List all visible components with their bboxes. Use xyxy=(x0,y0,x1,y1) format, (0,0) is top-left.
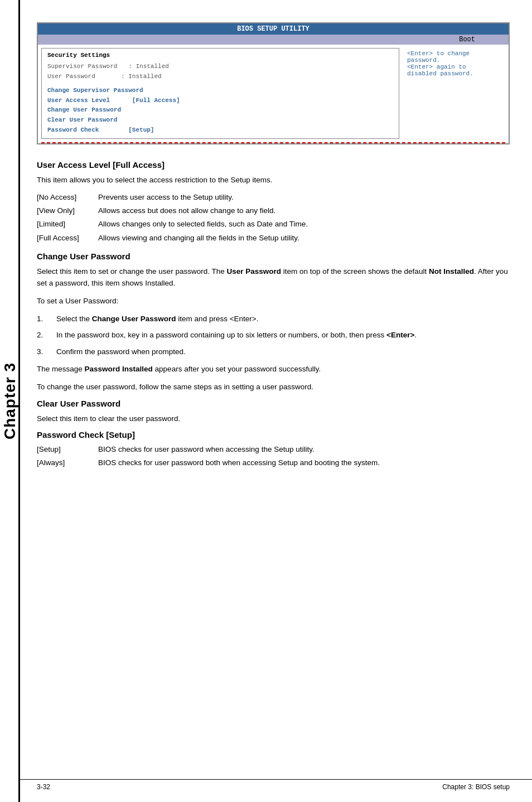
heading-password-check: Password Check [Setup] xyxy=(37,430,510,439)
def-term-setup: [Setup] xyxy=(37,444,98,455)
bios-item-user-password: User Password : Installed xyxy=(47,72,393,82)
footer-chapter-label: Chapter 3: BIOS setup xyxy=(442,783,510,791)
chapter-tab-label: Chapter 3 xyxy=(1,363,19,439)
section-change-user-password: Change User Password Select this item to… xyxy=(37,252,510,399)
change-password-steps: 1. Select the Change User Password item … xyxy=(37,313,510,358)
def-desc-view-only: Allows access but does not allow change … xyxy=(98,205,510,216)
section-clear-user-password: Clear User Password Select this item to … xyxy=(37,399,510,431)
clear-password-desc: Select this item to clear the user passw… xyxy=(37,413,510,425)
def-row-view-only: [View Only] Allows access but does not a… xyxy=(37,205,510,216)
bios-dashes xyxy=(41,142,505,143)
bios-help-text: <Enter> to change password.<Enter> again… xyxy=(407,50,473,77)
main-content: BIOS SETUP UTILITY Boot Security Setting… xyxy=(20,0,532,802)
def-term-always: [Always] xyxy=(37,457,98,468)
step-3: 3. Confirm the password when prompted. xyxy=(37,346,510,358)
bios-content: Security Settings Supervisor Password : … xyxy=(38,45,509,142)
def-desc-always: BIOS checks for user password both when … xyxy=(98,457,510,468)
bios-item-clear-user-password: Clear User Password xyxy=(47,115,393,125)
def-row-no-access: [No Access] Prevents user access to the … xyxy=(37,192,510,203)
def-desc-full-access: Allows viewing and changing all the fiel… xyxy=(98,233,510,244)
def-term-full-access: [Full Access] xyxy=(37,233,98,244)
change-password-after2: To change the user password, follow the … xyxy=(37,381,510,393)
def-row-always: [Always] BIOS checks for user password b… xyxy=(37,457,510,468)
bios-section-title: Security Settings xyxy=(47,52,393,59)
def-row-full-access: [Full Access] Allows viewing and changin… xyxy=(37,233,510,244)
bios-item-change-user-password: Change User Password xyxy=(47,105,393,115)
section-password-check: Password Check [Setup] [Setup] BIOS chec… xyxy=(37,430,510,477)
def-desc-limited: Allows changes only to selected fields, … xyxy=(98,219,510,230)
footer-page-number: 3-32 xyxy=(37,783,50,791)
def-term-view-only: [View Only] xyxy=(37,205,98,216)
bios-screenshot: BIOS SETUP UTILITY Boot Security Setting… xyxy=(37,22,510,144)
change-password-desc2: To set a User Password: xyxy=(37,295,510,307)
bios-right-panel: <Enter> to change password.<Enter> again… xyxy=(405,48,505,139)
bios-item-change-supervisor: Change Supervisor Password xyxy=(47,86,393,96)
bios-left-panel: Security Settings Supervisor Password : … xyxy=(41,48,399,139)
chapter-tab: Chapter 3 xyxy=(0,0,20,802)
bios-item-password-check: Password Check [Setup] xyxy=(47,125,393,136)
user-access-intro: This item allows you to select the acces… xyxy=(37,174,510,186)
heading-user-access-level: User Access Level [Full Access] xyxy=(37,160,510,170)
bios-subheader: Boot xyxy=(38,35,509,45)
step-1: 1. Select the Change User Password item … xyxy=(37,313,510,325)
def-desc-setup: BIOS checks for user password when acces… xyxy=(98,444,510,455)
user-access-def-list: [No Access] Prevents user access to the … xyxy=(37,192,510,244)
bios-item-user-access: User Access Level [Full Access] xyxy=(47,96,393,106)
bios-item-supervisor-password: Supervisor Password : Installed xyxy=(47,62,393,72)
password-check-def-list: [Setup] BIOS checks for user password wh… xyxy=(37,444,510,469)
change-password-desc1: Select this item to set or change the us… xyxy=(37,265,510,289)
def-row-limited: [Limited] Allows changes only to selecte… xyxy=(37,219,510,230)
def-term-limited: [Limited] xyxy=(37,219,98,230)
heading-clear-user-password: Clear User Password xyxy=(37,399,510,408)
def-desc-no-access: Prevents user access to the Setup utilit… xyxy=(98,192,510,203)
step-2: 2. In the password box, key in a passwor… xyxy=(37,329,510,341)
def-term-no-access: [No Access] xyxy=(37,192,98,203)
page-footer: 3-32 Chapter 3: BIOS setup xyxy=(20,779,532,791)
def-row-setup: [Setup] BIOS checks for user password wh… xyxy=(37,444,510,455)
section-user-access-level: User Access Level [Full Access] This ite… xyxy=(37,160,510,252)
heading-change-user-password: Change User Password xyxy=(37,252,510,261)
change-password-after1: The message Password Installed appears a… xyxy=(37,363,510,375)
bios-header: BIOS SETUP UTILITY xyxy=(38,23,509,35)
